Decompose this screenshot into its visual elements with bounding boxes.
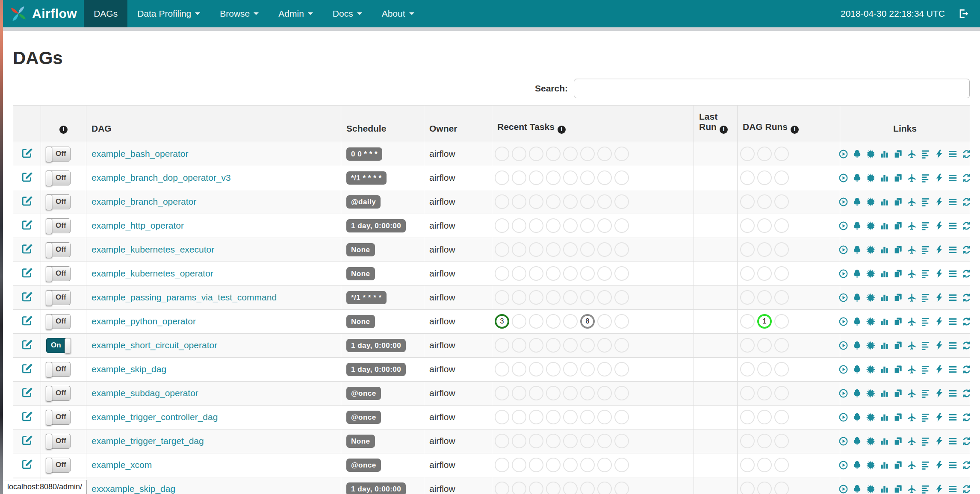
menu-icon[interactable] — [948, 484, 958, 494]
align-left-icon[interactable] — [921, 149, 930, 159]
play-circle-icon[interactable] — [838, 460, 848, 470]
plane-icon[interactable] — [907, 293, 917, 303]
align-left-icon[interactable] — [921, 341, 930, 350]
nav-item-docs[interactable]: Docs — [323, 0, 372, 27]
plane-icon[interactable] — [907, 197, 917, 207]
copy-icon[interactable] — [893, 484, 903, 494]
dag-pause-toggle[interactable]: Off — [46, 314, 71, 329]
copy-icon[interactable] — [893, 365, 903, 374]
plane-icon[interactable] — [907, 484, 917, 494]
sunburst-icon[interactable] — [866, 197, 876, 207]
play-circle-icon[interactable] — [838, 436, 848, 446]
copy-icon[interactable] — [893, 149, 903, 159]
menu-icon[interactable] — [948, 341, 958, 350]
play-circle-icon[interactable] — [838, 317, 848, 326]
bolt-icon[interactable] — [934, 484, 944, 494]
edit-dag-icon[interactable] — [21, 147, 33, 159]
play-circle-icon[interactable] — [838, 293, 848, 303]
sunburst-icon[interactable] — [866, 365, 876, 374]
play-circle-icon[interactable] — [838, 269, 848, 279]
edit-dag-icon[interactable] — [21, 338, 33, 350]
sunburst-icon[interactable] — [866, 388, 876, 398]
recent-task-circle[interactable]: 3 — [495, 314, 509, 329]
tree-icon[interactable] — [852, 293, 862, 303]
align-left-icon[interactable] — [921, 460, 930, 470]
sunburst-icon[interactable] — [866, 269, 876, 279]
menu-icon[interactable] — [948, 197, 958, 207]
dag-pause-toggle[interactable]: Off — [46, 458, 71, 473]
edit-dag-icon[interactable] — [21, 267, 33, 278]
dag-link[interactable]: example_branch_dop_operator_v3 — [92, 173, 231, 182]
menu-icon[interactable] — [948, 317, 958, 326]
menu-icon[interactable] — [948, 245, 958, 255]
dag-pause-toggle[interactable]: Off — [46, 242, 71, 257]
edit-dag-icon[interactable] — [21, 195, 33, 206]
edit-dag-icon[interactable] — [21, 291, 33, 302]
airflow-brand-link[interactable]: Airflow — [3, 0, 84, 27]
dag-pause-toggle[interactable]: Off — [46, 171, 71, 185]
nav-item-browse[interactable]: Browse — [210, 0, 269, 27]
tree-icon[interactable] — [852, 197, 862, 207]
bar-chart-icon[interactable] — [880, 173, 889, 183]
play-circle-icon[interactable] — [838, 149, 848, 159]
align-left-icon[interactable] — [921, 197, 930, 207]
bar-chart-icon[interactable] — [880, 197, 889, 207]
bar-chart-icon[interactable] — [880, 460, 889, 470]
edit-dag-icon[interactable] — [21, 171, 33, 182]
dag-link[interactable]: example_xcom — [92, 460, 152, 470]
plane-icon[interactable] — [907, 149, 917, 159]
bar-chart-icon[interactable] — [880, 245, 889, 255]
copy-icon[interactable] — [893, 197, 903, 207]
edit-dag-icon[interactable] — [21, 219, 33, 230]
sunburst-icon[interactable] — [866, 460, 876, 470]
edit-dag-icon[interactable] — [21, 362, 33, 374]
menu-icon[interactable] — [948, 221, 958, 231]
dag-run-circle[interactable]: 1 — [757, 314, 772, 329]
dag-pause-toggle[interactable]: On — [46, 338, 71, 353]
menu-icon[interactable] — [948, 293, 958, 303]
align-left-icon[interactable] — [921, 317, 930, 326]
sunburst-icon[interactable] — [866, 484, 876, 494]
sunburst-icon[interactable] — [866, 341, 876, 350]
bolt-icon[interactable] — [934, 269, 944, 279]
copy-icon[interactable] — [893, 460, 903, 470]
dag-pause-toggle[interactable]: Off — [46, 290, 71, 305]
bar-chart-icon[interactable] — [880, 388, 889, 398]
tree-icon[interactable] — [852, 484, 862, 494]
sign-out-icon[interactable] — [958, 8, 969, 19]
refresh-icon[interactable] — [962, 412, 971, 422]
dag-link[interactable]: example_passing_params_via_test_command — [92, 292, 277, 302]
bar-chart-icon[interactable] — [880, 269, 889, 279]
align-left-icon[interactable] — [921, 436, 930, 446]
dag-pause-toggle[interactable]: Off — [46, 362, 71, 377]
refresh-icon[interactable] — [962, 365, 971, 374]
sunburst-icon[interactable] — [866, 293, 876, 303]
copy-icon[interactable] — [893, 436, 903, 446]
tree-icon[interactable] — [852, 173, 862, 183]
menu-icon[interactable] — [948, 149, 958, 159]
sunburst-icon[interactable] — [866, 317, 876, 326]
refresh-icon[interactable] — [962, 484, 971, 494]
refresh-icon[interactable] — [962, 460, 971, 470]
align-left-icon[interactable] — [921, 484, 930, 494]
copy-icon[interactable] — [893, 269, 903, 279]
play-circle-icon[interactable] — [838, 245, 848, 255]
plane-icon[interactable] — [907, 412, 917, 422]
dag-link[interactable]: example_subdag_operator — [92, 388, 198, 398]
search-input[interactable] — [574, 79, 970, 98]
tree-icon[interactable] — [852, 460, 862, 470]
bolt-icon[interactable] — [934, 221, 944, 231]
edit-dag-icon[interactable] — [21, 434, 33, 446]
refresh-icon[interactable] — [962, 221, 971, 231]
menu-icon[interactable] — [948, 173, 958, 183]
bar-chart-icon[interactable] — [880, 293, 889, 303]
dag-pause-toggle[interactable]: Off — [46, 434, 71, 449]
play-circle-icon[interactable] — [838, 197, 848, 207]
play-circle-icon[interactable] — [838, 341, 848, 350]
copy-icon[interactable] — [893, 317, 903, 326]
align-left-icon[interactable] — [921, 173, 930, 183]
align-left-icon[interactable] — [921, 412, 930, 422]
plane-icon[interactable] — [907, 269, 917, 279]
play-circle-icon[interactable] — [838, 484, 848, 494]
refresh-icon[interactable] — [962, 149, 971, 159]
